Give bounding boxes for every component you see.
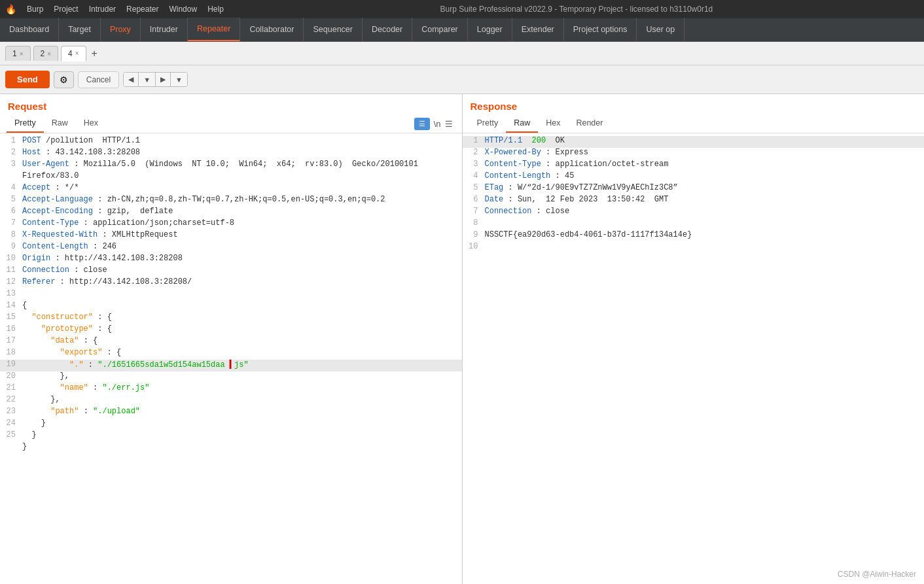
- settings-button[interactable]: ⚙: [54, 71, 74, 88]
- repeater-tab-4[interactable]: 4 ×: [61, 46, 86, 61]
- response-line: 5 ETag : W/“2d-1/90E9vTZ7ZnWw1V9yAEChIz3…: [463, 183, 925, 195]
- request-wrap-icon[interactable]: \n: [434, 119, 441, 129]
- request-menu-icon[interactable]: ☰: [445, 119, 453, 129]
- menu-window[interactable]: Window: [169, 5, 197, 14]
- request-line: 15 "constructor" : {: [0, 313, 462, 324]
- repeater-tab-2-close[interactable]: ×: [47, 50, 51, 58]
- repeater-tab-bar: 1 × 2 × 4 × +: [0, 42, 924, 65]
- request-toolbar: ☰ \n ☰: [414, 118, 455, 130]
- request-line: 1 POST /pollution HTTP/1.1: [0, 136, 462, 148]
- request-tab-hex[interactable]: Hex: [76, 114, 106, 133]
- request-tab-bar: Pretty Raw Hex ☰ \n ☰: [0, 114, 462, 133]
- response-line: 1 HTTP/1.1 200 OK: [463, 136, 925, 148]
- request-line-highlighted: 19 "." : "./1651665sda1w5d154aw15daa ▍js…: [0, 360, 462, 371]
- request-line: 11 Connection : close: [0, 266, 462, 277]
- repeater-tab-1-label: 1: [12, 49, 17, 58]
- response-tab-bar: Pretty Raw Hex Render: [463, 114, 925, 133]
- request-line: 12 Referer : http://43.142.108.3:28208/: [0, 277, 462, 289]
- request-line: 13: [0, 289, 462, 301]
- tab-proxy[interactable]: Proxy: [101, 18, 141, 41]
- repeater-tab-2[interactable]: 2 ×: [33, 46, 59, 61]
- request-line: 8 X-Requested-With : XMLHttpRequest: [0, 230, 462, 242]
- response-line: 2 X-Powered-By : Express: [463, 148, 925, 160]
- menu-help[interactable]: Help: [207, 5, 224, 14]
- response-tab-raw[interactable]: Raw: [506, 114, 538, 133]
- request-line: Firefox/83.0: [0, 171, 462, 183]
- request-line: 24 }: [0, 419, 462, 430]
- tab-decoder[interactable]: Decoder: [363, 18, 412, 41]
- menu-project[interactable]: Project: [54, 5, 78, 14]
- response-panel: Response Pretty Raw Hex Render 1 HTTP/1.…: [463, 94, 925, 584]
- request-code-area[interactable]: 1 POST /pollution HTTP/1.1 2 Host : 43.1…: [0, 133, 462, 584]
- menu-intruder[interactable]: Intruder: [89, 5, 116, 14]
- request-line: 2 Host : 43.142.108.3:28208: [0, 148, 462, 160]
- response-panel-header: Response: [463, 94, 925, 114]
- request-line: 9 Content-Length : 246: [0, 242, 462, 254]
- burp-logo: 🔥: [5, 4, 16, 14]
- response-line: 4 Content-Length : 45: [463, 171, 925, 183]
- repeater-tab-1-close[interactable]: ×: [20, 50, 24, 58]
- request-line: 3 User-Agent : Mozilla/5.0 (Windows NT 1…: [0, 160, 462, 171]
- navigation-arrows: ◀ ▼ ▶ ▼: [123, 72, 188, 87]
- response-line: 3 Content-Type : application/octet-strea…: [463, 160, 925, 171]
- forward-dropdown-button[interactable]: ▼: [171, 73, 187, 86]
- response-tab-hex[interactable]: Hex: [538, 114, 568, 133]
- watermark: CSDN @Aiwin-Hacker: [838, 570, 916, 579]
- response-tab-render[interactable]: Render: [568, 114, 611, 133]
- tab-target[interactable]: Target: [59, 18, 101, 41]
- request-line: 10 Origin : http://43.142.108.3:28208: [0, 254, 462, 266]
- tab-extender[interactable]: Extender: [512, 18, 564, 41]
- cancel-button[interactable]: Cancel: [78, 71, 119, 88]
- response-line: 7 Connection : close: [463, 207, 925, 218]
- response-code-area[interactable]: 1 HTTP/1.1 200 OK 2 X-Powered-By : Expre…: [463, 133, 925, 584]
- tab-logger[interactable]: Logger: [468, 18, 512, 41]
- request-line: 21 "name" : "./err.js": [0, 383, 462, 395]
- tab-collaborator[interactable]: Collaborator: [240, 18, 304, 41]
- menu-burp[interactable]: Burp: [27, 5, 43, 14]
- request-tab-raw[interactable]: Raw: [44, 114, 76, 133]
- repeater-tab-1[interactable]: 1 ×: [5, 46, 31, 61]
- back-button[interactable]: ◀: [124, 73, 139, 86]
- request-line: 16 "prototype" : {: [0, 324, 462, 336]
- tab-project-options[interactable]: Project options: [564, 18, 637, 41]
- tab-repeater[interactable]: Repeater: [188, 18, 240, 41]
- back-dropdown-button[interactable]: ▼: [139, 73, 156, 86]
- tab-sequencer[interactable]: Sequencer: [304, 18, 362, 41]
- main-nav: Dashboard Target Proxy Intruder Repeater…: [0, 18, 924, 42]
- repeater-tab-2-label: 2: [41, 49, 45, 58]
- request-tab-pretty[interactable]: Pretty: [7, 114, 44, 133]
- request-line: 7 Content-Type : application/json;charse…: [0, 218, 462, 230]
- send-button[interactable]: Send: [5, 71, 50, 88]
- response-tab-pretty[interactable]: Pretty: [469, 114, 506, 133]
- request-line: 18 "exports" : {: [0, 348, 462, 360]
- tab-comparer[interactable]: Comparer: [412, 18, 468, 41]
- request-line: 6 Accept-Encoding : gzip, deflate: [0, 207, 462, 218]
- tab-dashboard[interactable]: Dashboard: [0, 18, 59, 41]
- menu-repeater[interactable]: Repeater: [126, 5, 158, 14]
- repeater-tab-4-close[interactable]: ×: [75, 50, 79, 57]
- tab-user-options[interactable]: User op: [637, 18, 684, 41]
- request-line: 17 "data" : {: [0, 336, 462, 348]
- menu-bar: Burp Project Intruder Repeater Window He…: [27, 5, 224, 14]
- request-line: 23 "path" : "./upload": [0, 407, 462, 419]
- app-title: Burp Suite Professional v2022.9 - Tempor…: [234, 5, 919, 14]
- response-line: 6 Date : Sun, 12 Feb 2023 13:50:42 GMT: [463, 195, 925, 207]
- forward-button[interactable]: ▶: [156, 73, 171, 86]
- request-line: 25 }: [0, 430, 462, 442]
- request-line: 20 },: [0, 371, 462, 383]
- request-copy-button[interactable]: ☰: [414, 118, 430, 130]
- request-line: 4 Accept : */*: [0, 183, 462, 195]
- request-line: 22 },: [0, 395, 462, 407]
- toolbar: Send ⚙ Cancel ◀ ▼ ▶ ▼: [0, 65, 924, 94]
- request-line: 14 {: [0, 301, 462, 313]
- request-panel-header: Request: [0, 94, 462, 114]
- repeater-tab-4-label: 4: [68, 49, 73, 58]
- response-line: 8: [463, 218, 925, 230]
- response-line: 10: [463, 242, 925, 254]
- request-line: }: [0, 442, 462, 454]
- main-content: Request Pretty Raw Hex ☰ \n ☰ 1 POST /po…: [0, 94, 924, 584]
- title-bar: 🔥 Burp Project Intruder Repeater Window …: [0, 0, 924, 18]
- add-repeater-tab-button[interactable]: +: [89, 48, 100, 60]
- tab-intruder[interactable]: Intruder: [141, 18, 188, 41]
- response-line: 9 NSSCTF{ea920d63-edb4-4061-b37d-1117f13…: [463, 230, 925, 242]
